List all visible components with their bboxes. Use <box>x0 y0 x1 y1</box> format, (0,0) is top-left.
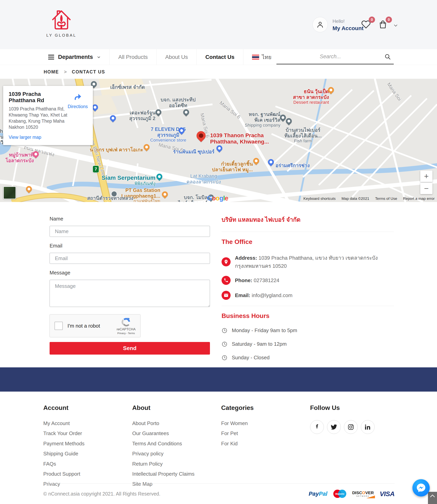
google-logo[interactable]: Google <box>207 194 228 202</box>
footer-link-shipping-guide[interactable]: Shipping Guide <box>43 450 132 457</box>
recaptcha-brand: reCAPTCHA <box>117 327 136 331</box>
footer-column-categories: CategoriesFor WomenFor PetFor Kid <box>221 404 310 491</box>
messenger-icon <box>416 483 426 493</box>
facebook-icon[interactable] <box>310 420 324 434</box>
footer-link-product-support[interactable]: Product Support <box>43 470 132 477</box>
office-location-value: Address: 1039 Pracha Phatthana, แขวง ทับ… <box>235 254 394 270</box>
map-label-หจก-ฐานพัฒน์: หจก. ฐานพัฒน์พีเค เซอร์วิสShipping compa… <box>245 111 280 128</box>
business-hours-title: Business Hours <box>222 312 394 320</box>
account-avatar[interactable] <box>312 17 328 32</box>
footer-link-for-pet[interactable]: For Pet <box>221 430 310 437</box>
wishlist-button[interactable]: 0 <box>361 20 371 30</box>
message-label: Message <box>50 270 210 276</box>
map-attrib-terms-of-use[interactable]: Terms of Use <box>375 196 397 201</box>
map-attrib-report-a-map-error[interactable]: Report a map error <box>403 196 435 201</box>
breadcrumb-separator: > <box>64 69 67 75</box>
cart-button[interactable]: 0 <box>378 20 388 30</box>
clock-icon <box>222 328 228 333</box>
footer-link-for-women[interactable]: For Women <box>221 420 310 427</box>
footer-link-my-account[interactable]: My Account <box>43 420 132 427</box>
departments-chevron-down-icon <box>97 55 101 59</box>
map-label-siam-serpentarium: Siam Serpentariumพิพิธภัณฑ์งู <box>102 174 155 186</box>
messenger-chat-button[interactable] <box>412 479 430 496</box>
footer-heading-categories: Categories <box>221 404 310 412</box>
nav-item-all-products[interactable]: All Products <box>109 49 156 65</box>
location-icon <box>222 257 231 266</box>
cart-chevron-down-icon[interactable] <box>393 23 398 28</box>
twitter-icon[interactable] <box>327 420 341 434</box>
office-info: บริษัท แหลมทอง ไฟเบอร์ จำกัด The Office … <box>222 215 394 368</box>
send-button[interactable]: Send <box>50 342 210 354</box>
recaptcha-icon <box>117 317 136 327</box>
satellite-view-toggle[interactable] <box>3 186 16 199</box>
recaptcha-widget: I'm not a robot reCAPTCHA Privacy - Term… <box>50 314 140 337</box>
view-larger-map-link[interactable]: View larger map <box>9 135 41 140</box>
departments-menu[interactable]: Departments <box>48 49 109 65</box>
nav-links: All ProductsAbout UsContact Us <box>109 49 243 65</box>
scroll-to-top-button[interactable] <box>428 492 437 504</box>
footer-link-intellectual-property-claims[interactable]: Intellectual Property Claims <box>132 470 221 477</box>
cart-count-badge: 0 <box>386 17 392 23</box>
search-icon[interactable] <box>384 53 391 60</box>
map-zoom-in-button[interactable]: + <box>420 171 432 182</box>
footer-link-return-policy[interactable]: Return Policy <box>132 460 221 467</box>
directions-link[interactable]: Directions <box>68 104 88 109</box>
logo[interactable]: LY GLOBAL <box>46 8 77 38</box>
footer-heading-account: Account <box>43 404 132 412</box>
footer-heading-about: About <box>132 404 221 412</box>
chevron-up-icon <box>430 494 435 498</box>
payment-methods: PayPalMaestroDISCOVERNETWORKVISA <box>309 490 395 498</box>
office-row-location: Address: 1039 Pracha Phatthana, แขวง ทับ… <box>222 254 394 270</box>
map-card-title: 1039 Pracha Phatthana Rd <box>9 91 68 103</box>
footer-column-about: AboutAbout PortoOur GuaranteesTerms And … <box>132 404 221 491</box>
map-label-เดอะฟอร์จูน: เดอะฟอร์จูนสุวรรณภูมิ 2 <box>129 110 155 121</box>
footer-link-about-porto[interactable]: About Porto <box>132 420 221 427</box>
map-label-เอ็กซ์เพรส-จำกัด: เอ็กซ์เพรส จำกัด <box>110 84 145 90</box>
footer-link-our-guarantees[interactable]: Our Guarantees <box>132 430 221 437</box>
hours-row: Sunday - Closed <box>222 354 394 361</box>
map-attrib-keyboard-shortcuts[interactable]: Keyboard shortcuts <box>303 196 336 201</box>
footer-link-payment-methods[interactable]: Payment Methods <box>43 440 132 447</box>
directions-icon[interactable] <box>68 92 88 101</box>
map-label-บจก-โมบิล: บจก. โมบิลไซน์ เซ็นเตอร์ <box>178 194 208 202</box>
recaptcha-checkbox[interactable] <box>54 322 63 330</box>
account-text: Hello! My Account <box>333 19 364 31</box>
office-mail-value[interactable]: Email: info@lygland.com <box>235 292 292 298</box>
maestro-icon: Maestro <box>333 490 346 498</box>
email-field[interactable] <box>50 253 210 264</box>
name-label: Name <box>50 216 210 222</box>
message-field[interactable] <box>50 280 210 307</box>
map-zoom-out-button[interactable]: − <box>420 183 432 194</box>
name-field[interactable] <box>50 226 210 237</box>
hours-row: Monday - Friday 9am to 5pm <box>222 327 394 333</box>
map-info-card: 1039 Pracha Phatthana Rd 1039 Pracha Pha… <box>3 86 93 145</box>
footer-link-track-your-order[interactable]: Track Your Order <box>43 430 132 437</box>
my-account-link[interactable]: My Account <box>333 25 364 31</box>
highway-shield-icon: 7 <box>92 165 99 173</box>
footer-columns: AccountMy AccountTrack Your OrderPayment… <box>43 404 310 491</box>
map-label-1039-thanon-pracha: 1039 Thanon PrachaPhatthana, Khwaeng... <box>210 132 269 145</box>
hours-text: Saturday - 9am to 12pm <box>232 341 287 347</box>
visa-icon: VISA <box>380 490 395 498</box>
office-row-phone: Phone: 027381224 <box>222 276 394 285</box>
greeting: Hello! <box>333 19 364 24</box>
recaptcha-terms-links[interactable]: Privacy - Terms <box>117 332 136 335</box>
slate-map-pin[interactable] <box>111 191 117 197</box>
clock-icon <box>222 341 228 347</box>
nav-item-about-us[interactable]: About Us <box>157 49 197 65</box>
footer-link-privacy-policy[interactable]: Privacy policy <box>132 450 221 457</box>
footer-banner-band <box>0 367 437 392</box>
search-input[interactable] <box>277 54 384 60</box>
breadcrumb-home[interactable]: HOME <box>44 69 59 75</box>
language-switcher[interactable]: ไทย <box>243 49 280 65</box>
map-attribution: Keyboard shortcutsMap data ©2021Terms of… <box>303 196 435 201</box>
office-rows: Address: 1039 Pracha Phatthana, แขวง ทับ… <box>222 254 394 300</box>
instagram-icon[interactable] <box>344 420 358 434</box>
google-map[interactable]: เอ็กซ์เพรส จำกัดบจก. แสงประทีปออโตซีทเดอ… <box>0 79 437 202</box>
footer-link-terms-and-conditions[interactable]: Terms And Conditions <box>132 440 221 447</box>
footer-link-for-kid[interactable]: For Kid <box>221 440 310 447</box>
linkedin-icon[interactable] <box>361 420 375 434</box>
footer-link-faqs[interactable]: FAQs <box>43 460 132 467</box>
nav-item-contact-us[interactable]: Contact Us <box>197 49 243 65</box>
wishlist-count-badge: 0 <box>369 17 375 23</box>
